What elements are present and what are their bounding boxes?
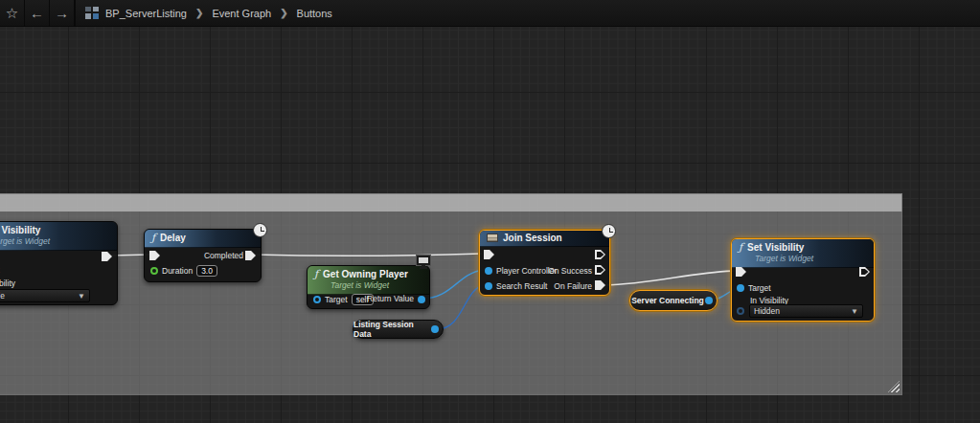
on-success-exec-pin[interactable] <box>595 265 605 275</box>
breadcrumb-separator: ❯ <box>280 8 287 18</box>
node-header: ƒ Delay <box>145 230 261 248</box>
search-result-pin-label: Search Result <box>496 281 547 291</box>
node-delay[interactable]: ƒ Delay Completed Duration 3.0 <box>144 229 262 282</box>
completed-pin-label: Completed <box>204 251 243 260</box>
breadcrumb-blueprint[interactable]: BP_ServerListing <box>105 8 187 19</box>
node-subtitle: Target is Widget <box>755 254 867 263</box>
node-header: ƒ Set Visibility Target is Widget <box>732 239 874 268</box>
visibility-dropdown[interactable]: Hidden ▼ <box>749 304 863 318</box>
star-icon: ☆ <box>6 5 18 22</box>
exec-out-pin[interactable] <box>595 250 605 259</box>
on-success-pin-label: On Success <box>548 266 592 276</box>
forward-arrow-icon: → <box>55 5 69 21</box>
pill-label: Listing Session Data <box>353 320 431 339</box>
visibility-dropdown-value: Visible <box>0 291 5 301</box>
node-subtitle: Target is Widget <box>0 236 110 246</box>
function-icon: ƒ <box>314 268 318 280</box>
monitor-icon <box>415 256 431 269</box>
breadcrumb-event-graph[interactable]: Event Graph <box>212 8 271 19</box>
node-header: ƒ Set Visibility Target is Widget <box>0 222 117 251</box>
player-controller-pin[interactable] <box>485 267 492 275</box>
node-set-visibility-left[interactable]: ƒ Set Visibility Target is Widget Target… <box>0 221 118 305</box>
duration-value-input[interactable]: 3.0 <box>196 265 217 277</box>
output-pin[interactable] <box>431 325 439 333</box>
breadcrumb-buttons[interactable]: Buttons <box>297 8 332 19</box>
latent-clock-icon <box>253 223 267 237</box>
breadcrumb: BP_ServerListing ❯ Event Graph ❯ Buttons <box>105 8 332 19</box>
breadcrumb-toolbar: ☆ ← → BP_ServerListing ❯ Event Graph ❯ B… <box>0 0 980 27</box>
return-value-pin[interactable] <box>418 296 425 303</box>
on-failure-exec-pin[interactable] <box>595 280 605 290</box>
node-title: Set Visibility <box>747 242 804 253</box>
chevron-down-icon: ▼ <box>78 292 85 301</box>
duration-float-pin[interactable] <box>150 267 158 275</box>
exec-out-pin[interactable] <box>859 267 870 277</box>
node-get-owning-player[interactable]: ƒ Get Owning Player Target is Widget Tar… <box>307 265 430 309</box>
target-pin[interactable] <box>313 296 321 303</box>
target-pin-label: Target <box>325 295 348 304</box>
exec-in-pin[interactable] <box>736 267 746 277</box>
back-arrow-icon: ← <box>30 5 44 21</box>
in-visibility-enum-pin[interactable] <box>737 307 744 315</box>
duration-pin-label: Duration <box>162 266 193 276</box>
exec-out-pin[interactable] <box>102 252 112 261</box>
return-value-pin-label: Return Value <box>367 294 414 303</box>
visibility-dropdown-value: Hidden <box>754 306 780 316</box>
node-header: ƒ Get Owning Player Target is Widget <box>308 266 429 295</box>
function-icon: ƒ <box>151 232 155 244</box>
blueprint-event-graph[interactable]: ƒ Set Visibility Target is Widget Target… <box>0 27 980 423</box>
target-pin[interactable] <box>737 284 744 292</box>
node-title: Join Session <box>503 233 562 243</box>
pill-label: Server Connecting <box>631 296 704 305</box>
exec-in-pin[interactable] <box>484 250 494 259</box>
comment-title-bar[interactable] <box>0 193 902 212</box>
node-subtitle: Target is Widget <box>330 280 422 290</box>
node-server-connecting[interactable]: Server Connecting <box>629 290 718 311</box>
toolbar-divider <box>75 0 76 27</box>
node-set-visibility-right[interactable]: ƒ Set Visibility Target is Widget Target… <box>731 238 875 322</box>
on-failure-pin-label: On Failure <box>554 281 592 291</box>
chevron-down-icon: ▼ <box>851 307 858 316</box>
search-result-pin[interactable] <box>485 282 492 290</box>
session-icon <box>487 234 498 242</box>
in-visibility-pin-label: In Visibility <box>0 278 15 288</box>
node-title: Delay <box>160 233 186 243</box>
nav-back-button[interactable]: ← <box>25 0 50 27</box>
node-listing-session-data[interactable]: Listing Session Data <box>353 320 444 339</box>
node-title: Set Visibility <box>0 225 40 235</box>
function-icon: ƒ <box>739 241 742 254</box>
nav-forward-button[interactable]: → <box>50 0 75 27</box>
visibility-dropdown[interactable]: Visible ▼ <box>0 289 90 302</box>
node-join-session[interactable]: Join Session Player Controller On Succes… <box>479 230 610 296</box>
node-header: Join Session <box>480 231 609 247</box>
target-pin-label: Target <box>748 283 771 293</box>
completed-exec-out-pin[interactable] <box>245 251 256 260</box>
node-title: Get Owning Player <box>323 269 408 279</box>
comment-resize-handle[interactable] <box>888 381 900 392</box>
output-pin[interactable] <box>705 297 713 304</box>
exec-in-pin[interactable] <box>149 251 160 260</box>
favorite-star-button[interactable]: ☆ <box>0 0 25 27</box>
latent-clock-icon <box>602 224 616 238</box>
blueprint-icon <box>85 7 99 19</box>
breadcrumb-separator: ❯ <box>195 8 203 18</box>
